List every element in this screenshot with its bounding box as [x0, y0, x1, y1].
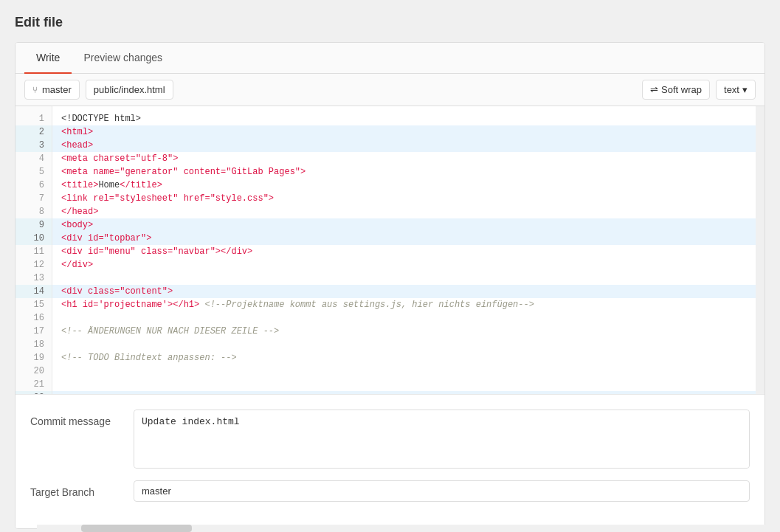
code-line: [52, 311, 756, 325]
file-path-badge: public/index.html: [86, 80, 173, 100]
code-line: <title>Home</title>: [52, 179, 756, 192]
code-line: <p>: [52, 391, 756, 394]
line-number: 11: [15, 245, 52, 258]
line-number: 2: [15, 125, 52, 139]
line-number: 12: [15, 258, 52, 272]
code-line: </div>: [52, 258, 756, 272]
line-number: 5: [15, 165, 52, 179]
code-line: <!-- ÄNDERUNGEN NUR NACH DIESER ZEILE --…: [52, 325, 756, 338]
code-line: <div id="topbar">: [52, 232, 756, 245]
line-number: 1: [15, 112, 52, 125]
code-line: <body>: [52, 218, 756, 232]
code-line: </head>: [52, 205, 756, 218]
code-line: <meta charset="utf-8">: [52, 152, 756, 165]
softwrap-label: Soft wrap: [661, 84, 702, 95]
text-chevron-icon: ▾: [742, 84, 748, 95]
commit-message-input[interactable]: [134, 410, 749, 468]
code-line: <h1 id='projectname'></h1> <!--Projektna…: [52, 298, 756, 311]
text-mode-label: text: [724, 84, 739, 95]
branch-label: master: [42, 84, 72, 95]
target-branch-row: Target Branch: [30, 480, 750, 502]
page-container: Edit file Write Preview changes ⑂ master…: [15, 15, 765, 532]
line-number: 10: [15, 232, 52, 245]
code-line: <div id="menu" class="navbar"></div>: [52, 245, 756, 258]
line-number: 20: [15, 365, 52, 378]
target-branch-label: Target Branch: [30, 480, 134, 498]
line-number: 22: [15, 391, 52, 394]
code-line: <!-- TODO Blindtext anpassen: -->: [52, 351, 756, 365]
code-line: <div class="content">: [52, 285, 756, 298]
horizontal-scrollbar[interactable]: [37, 525, 765, 529]
file-path-text: public/index.html: [94, 84, 165, 95]
tab-write[interactable]: Write: [24, 43, 72, 74]
line-number: 15: [15, 298, 52, 311]
line-number: 4: [15, 152, 52, 165]
code-line: <head>: [52, 139, 756, 152]
line-number: 19: [15, 351, 52, 365]
line-number: 6: [15, 179, 52, 192]
code-content[interactable]: <!DOCTYPE html><html> <head> <meta chars…: [52, 106, 756, 394]
branch-badge[interactable]: ⑂ master: [24, 80, 80, 100]
commit-message-label: Commit message: [30, 410, 134, 427]
softwrap-icon: ⇌: [650, 84, 658, 95]
form-section: Commit message Target Branch: [15, 394, 765, 528]
line-number: 7: [15, 192, 52, 205]
line-number: 3: [15, 139, 52, 152]
softwrap-button[interactable]: ⇌ Soft wrap: [642, 80, 710, 100]
line-number: 14: [15, 285, 52, 298]
code-line: <html>: [52, 125, 756, 139]
text-mode-button[interactable]: text ▾: [716, 80, 756, 100]
line-number: 13: [15, 272, 52, 285]
page-title: Edit file: [15, 15, 765, 30]
editor-area[interactable]: 1234567891011121314151617181920212223242…: [15, 106, 765, 394]
commit-message-row: Commit message: [30, 410, 750, 469]
line-numbers: 1234567891011121314151617181920212223242…: [15, 106, 52, 394]
scrollbar-thumb[interactable]: [81, 525, 192, 529]
code-line: [52, 365, 756, 378]
code-line: <link rel="stylesheet" href="style.css">: [52, 192, 756, 205]
code-line: [52, 272, 756, 285]
editor-toolbar: ⑂ master public/index.html ⇌ Soft wrap t…: [15, 74, 765, 106]
line-number: 18: [15, 338, 52, 351]
toolbar-right: ⇌ Soft wrap text ▾: [642, 80, 756, 100]
code-line: [52, 378, 756, 391]
line-number: 21: [15, 378, 52, 391]
commit-message-area[interactable]: [134, 410, 750, 469]
code-line: <!DOCTYPE html>: [52, 112, 756, 125]
line-number: 16: [15, 311, 52, 325]
toolbar-left: ⑂ master public/index.html: [24, 80, 173, 100]
line-number: 17: [15, 325, 52, 338]
tab-preview[interactable]: Preview changes: [72, 43, 174, 74]
line-number: 8: [15, 205, 52, 218]
editor-card: Write Preview changes ⑂ master public/in…: [15, 42, 765, 529]
code-line: [52, 338, 756, 351]
branch-icon: ⑂: [32, 85, 38, 95]
code-line: <meta name="generator" content="GitLab P…: [52, 165, 756, 179]
editor-scrollbar[interactable]: [756, 106, 765, 394]
tabs-bar: Write Preview changes: [15, 43, 765, 74]
line-number: 9: [15, 218, 52, 232]
target-branch-input[interactable]: [134, 480, 750, 502]
